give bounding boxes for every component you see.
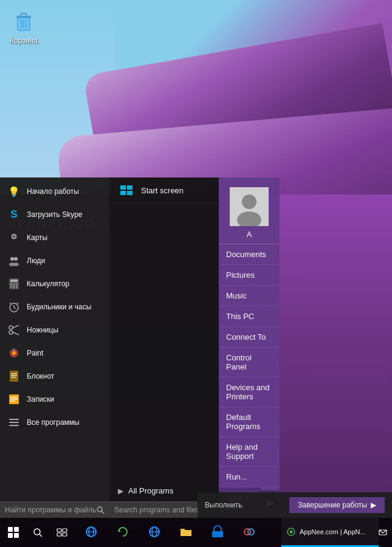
windows-logo-icon [8, 527, 19, 538]
start-item-calculator[interactable]: Калькулятор [0, 272, 109, 295]
notification-action[interactable]: Завершение работы ▶ [289, 497, 385, 513]
start-item-label-calculator: Калькулятор [27, 280, 69, 288]
link-documents[interactable]: Documents [219, 244, 280, 265]
start-item-alarms[interactable]: Будильники и часы [0, 295, 109, 318]
folder-icon [179, 525, 193, 538]
taskbar-search-button[interactable] [27, 518, 49, 547]
notification-text: Выполнить [205, 501, 284, 509]
start-menu-right: A Documents Pictures Music This PC Conne… [219, 177, 280, 518]
link-help-support[interactable]: Help and Support [219, 437, 280, 467]
start-item-label-maps: Карты [27, 233, 47, 242]
start-search-input[interactable] [5, 506, 96, 514]
start-item-paint[interactable]: Paint [0, 342, 109, 365]
start-menu-middle: Start screen ▶ All Programs [109, 177, 219, 518]
svg-line-3 [26, 13, 27, 16]
link-this-pc[interactable]: This PC [219, 306, 280, 327]
notification-icon[interactable] [379, 528, 387, 537]
start-item-label-scissors: Ножницы [27, 326, 58, 334]
svg-rect-43 [9, 422, 19, 423]
taskbar-folder-button[interactable] [170, 518, 202, 547]
taskbar-ie-button[interactable] [75, 518, 107, 547]
taskbar-active-window[interactable]: AppNee.com | AppN... [281, 518, 379, 547]
alarms-icon [7, 300, 21, 314]
notepad-icon [7, 370, 21, 383]
recycle-bin-icon[interactable]: Корзина [7, 7, 40, 47]
start-item-maps[interactable]: Карты [0, 226, 109, 249]
svg-point-21 [16, 286, 17, 287]
svg-rect-55 [63, 529, 67, 532]
svg-line-2 [21, 13, 21, 16]
start-item-skype[interactable]: S Загрузить Skype [0, 203, 109, 226]
start-item-people[interactable]: Люди [0, 249, 109, 272]
svg-rect-37 [11, 377, 16, 378]
svg-point-27 [9, 326, 13, 329]
link-run[interactable]: Run... [219, 467, 280, 487]
user-avatar[interactable] [230, 187, 269, 226]
taskbar: AppNee.com | AppN... [0, 518, 392, 547]
start-item-label-skype: Загрузить Skype [27, 210, 82, 219]
svg-point-32 [12, 351, 16, 355]
notification-action-icon: ▶ [371, 501, 376, 509]
svg-point-18 [16, 284, 17, 285]
start-item-label-sticky: Записки [27, 395, 54, 404]
active-window-icon [286, 527, 296, 537]
search-icon [96, 506, 105, 514]
start-screen-icon [118, 184, 135, 197]
start-screen-item[interactable]: Start screen [109, 177, 219, 204]
tiles-area [109, 204, 219, 480]
svg-rect-35 [11, 373, 17, 374]
people-icon [7, 254, 21, 267]
start-search-bar [0, 501, 109, 518]
svg-point-52 [34, 529, 40, 535]
start-item-label-alarms: Будильники и часы [27, 303, 91, 311]
taskbar-ie2-button[interactable] [139, 518, 170, 547]
svg-line-53 [40, 534, 42, 537]
start-item-label-notepad: Блокнот [27, 372, 54, 380]
taskbar-store-button[interactable] [202, 518, 233, 547]
start-item-sticky[interactable]: Записки [0, 388, 109, 411]
link-default-programs[interactable]: Default Programs [219, 407, 280, 437]
user-area: A [219, 177, 280, 244]
svg-rect-33 [13, 348, 15, 351]
start-item-notepad[interactable]: Блокнот [0, 365, 109, 388]
media-icon [242, 525, 256, 538]
taskbar-start-button[interactable] [0, 518, 27, 547]
maps-icon [7, 231, 21, 244]
link-pictures[interactable]: Pictures [219, 265, 280, 286]
svg-rect-57 [63, 533, 67, 536]
link-connect-to[interactable]: Connect To [219, 327, 280, 348]
svg-point-45 [97, 507, 102, 512]
recycle-bin-image [12, 10, 36, 34]
start-item-label-people: Люди [27, 256, 45, 265]
start-menu-left: 💡 Начало работы S Загрузить Skype Карты [0, 177, 109, 518]
svg-line-26 [17, 303, 18, 304]
start-item-scissors[interactable]: Ножницы [0, 318, 109, 342]
svg-rect-54 [57, 529, 61, 532]
svg-line-30 [12, 332, 19, 335]
middle-search-input[interactable] [114, 506, 205, 514]
start-item-start-work[interactable]: 💡 Начало работы [0, 180, 109, 203]
start-item-all-programs[interactable]: Все программы [0, 411, 109, 434]
taskbar-search-icon [32, 527, 43, 538]
taskbar-task-view-button[interactable] [49, 518, 75, 547]
link-devices-printers[interactable]: Devices and Printers [219, 377, 280, 407]
link-music[interactable]: Music [219, 286, 280, 306]
link-control-panel[interactable]: Control Panel [219, 348, 280, 377]
svg-rect-1 [16, 16, 31, 18]
taskbar-media-button[interactable] [233, 518, 265, 547]
store-icon [211, 525, 224, 538]
paint-icon [7, 346, 21, 360]
svg-rect-36 [11, 375, 17, 376]
start-item-label-paint: Paint [27, 349, 43, 357]
scissors-icon [7, 323, 21, 337]
svg-point-9 [13, 235, 15, 238]
active-window-label: AppNee.com | AppN... [300, 528, 366, 535]
svg-rect-42 [9, 419, 19, 420]
svg-point-10 [10, 257, 14, 261]
svg-line-25 [10, 303, 11, 304]
svg-point-28 [9, 331, 13, 334]
svg-rect-44 [9, 425, 19, 426]
svg-point-19 [10, 286, 12, 287]
taskbar-refresh-button[interactable] [107, 518, 139, 547]
svg-point-16 [10, 284, 12, 285]
